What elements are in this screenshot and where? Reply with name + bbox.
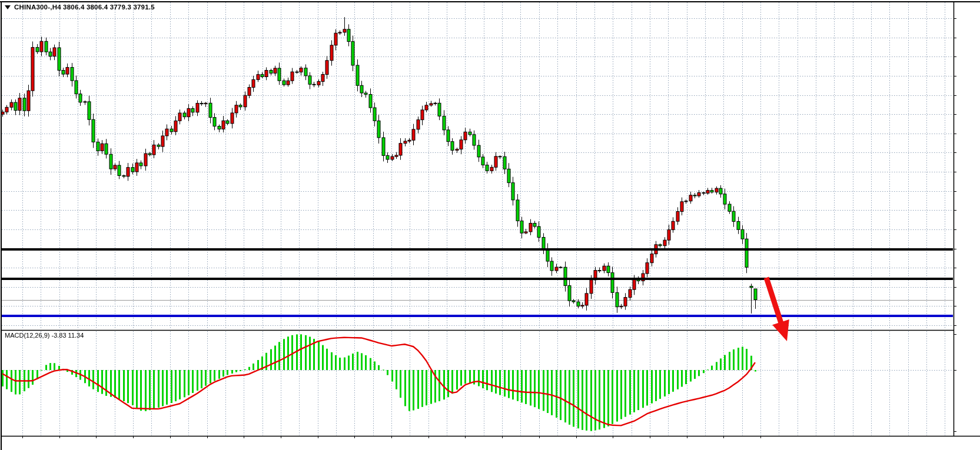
symbol-ohlc-label: CHINA300-,H4 3806.4 3806.4 3779.3 3791.5 — [14, 4, 155, 11]
dropdown-triangle-icon[interactable] — [5, 5, 11, 9]
chart-canvas[interactable] — [0, 0, 980, 450]
trading-terminal-chart: CHINA300-,H4 3806.4 3806.4 3779.3 3791.5… — [0, 0, 980, 450]
price-axis[interactable]: 4173.04147.04121.04095.04069.04043.04017… — [954, 2, 980, 436]
symbol-bar: CHINA300-,H4 3806.4 3806.4 3779.3 3791.5 — [5, 4, 155, 11]
time-axis[interactable]: 24 Feb 20232 Mar 05:008 Mar 05:0014 Mar … — [2, 436, 954, 450]
macd-indicator-label: MACD(12,26,9) -3.83 11.34 — [5, 332, 84, 339]
